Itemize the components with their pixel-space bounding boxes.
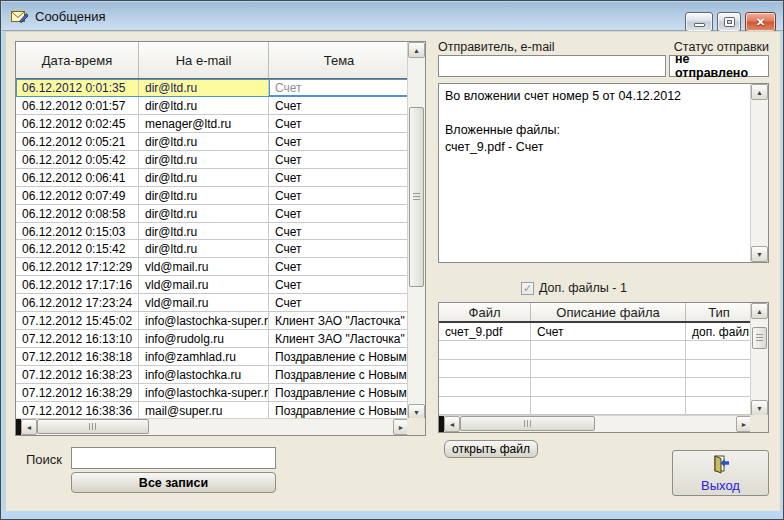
- message-body-text[interactable]: Во вложении счет номер 5 от 04.12.2012 В…: [439, 84, 750, 262]
- message-body-memo[interactable]: Во вложении счет номер 5 от 04.12.2012 В…: [438, 83, 769, 263]
- table-cell[interactable]: Счет: [269, 205, 409, 223]
- table-cell[interactable]: Счет: [269, 258, 409, 276]
- table-row[interactable]: [439, 378, 752, 396]
- table-cell[interactable]: [686, 341, 752, 359]
- column-header-email[interactable]: На e-mail: [139, 42, 269, 78]
- table-cell[interactable]: [686, 360, 752, 378]
- table-cell[interactable]: 07.12.2012 16:38:23: [16, 366, 139, 384]
- table-cell[interactable]: Счет: [269, 169, 409, 187]
- table-row[interactable]: 06.12.2012 17:17:16vld@mail.ruСчет: [16, 276, 409, 294]
- table-cell[interactable]: 06.12.2012 17:12:29: [16, 258, 139, 276]
- table-cell[interactable]: vld@mail.ru: [139, 276, 269, 294]
- table-cell[interactable]: Счет: [269, 97, 409, 115]
- table-cell[interactable]: Поздравление с Новым год: [269, 384, 409, 402]
- table-cell[interactable]: 06.12.2012 0:05:42: [16, 151, 139, 169]
- column-header-description[interactable]: Описание файла: [531, 303, 686, 321]
- table-cell[interactable]: Счет: [531, 323, 686, 341]
- table-row[interactable]: 06.12.2012 17:23:24vld@mail.ruСчет: [16, 294, 409, 312]
- messages-vscrollbar[interactable]: ▲ ▼: [407, 42, 425, 420]
- table-cell[interactable]: 06.12.2012 0:07:49: [16, 187, 139, 205]
- table-row[interactable]: 06.12.2012 0:01:35dir@ltd.ruСчет: [16, 79, 409, 97]
- table-cell[interactable]: vld@mail.ru: [139, 258, 269, 276]
- scroll-down-icon[interactable]: ▼: [751, 246, 768, 262]
- column-header-datetime[interactable]: Дата-время: [16, 42, 139, 78]
- table-cell[interactable]: 06.12.2012 0:02:45: [16, 115, 139, 133]
- table-cell[interactable]: 06.12.2012 0:06:41: [16, 169, 139, 187]
- column-header-type[interactable]: Тип: [686, 303, 752, 321]
- all-records-button[interactable]: Все записи: [71, 472, 276, 493]
- memo-vscrollbar[interactable]: ▲ ▼: [750, 84, 768, 262]
- scroll-down-icon[interactable]: ▼: [751, 400, 768, 416]
- table-cell[interactable]: dir@ltd.ru: [139, 205, 269, 223]
- table-row[interactable]: [439, 360, 752, 378]
- table-cell[interactable]: info@lastochka-super.ru: [139, 384, 269, 402]
- table-cell[interactable]: доп. файл: [686, 323, 752, 341]
- scroll-up-icon[interactable]: ▲: [751, 84, 768, 100]
- table-cell[interactable]: [531, 378, 686, 396]
- table-cell[interactable]: 06.12.2012 0:15:03: [16, 223, 139, 241]
- attachments-checkbox[interactable]: ✓: [521, 282, 534, 295]
- table-row[interactable]: 06.12.2012 0:15:03dir@ltd.ruСчет: [16, 223, 409, 241]
- table-cell[interactable]: Счет: [269, 223, 409, 241]
- table-cell[interactable]: [439, 341, 531, 359]
- table-cell[interactable]: info@lastochka.ru: [139, 366, 269, 384]
- table-cell[interactable]: 06.12.2012 0:08:58: [16, 205, 139, 223]
- messages-hscroll-thumb[interactable]: [37, 419, 149, 434]
- table-row[interactable]: [439, 341, 752, 359]
- table-cell[interactable]: dir@ltd.ru: [139, 79, 269, 97]
- table-row[interactable]: 06.12.2012 0:08:58dir@ltd.ruСчет: [16, 205, 409, 223]
- search-input[interactable]: [71, 447, 276, 469]
- table-cell[interactable]: Счет: [269, 187, 409, 205]
- scroll-left-icon[interactable]: ◄: [444, 416, 460, 432]
- table-cell[interactable]: 07.12.2012 16:38:29: [16, 384, 139, 402]
- table-cell[interactable]: [531, 341, 686, 359]
- table-cell[interactable]: info@zamhlad.ru: [139, 348, 269, 366]
- table-cell[interactable]: menager@ltd.ru: [139, 115, 269, 133]
- maximize-button[interactable]: [717, 12, 741, 32]
- column-header-file[interactable]: Файл: [439, 303, 531, 321]
- table-cell[interactable]: Счет: [269, 133, 409, 151]
- close-button[interactable]: ✕: [745, 12, 776, 32]
- table-cell[interactable]: 07.12.2012 16:13:10: [16, 330, 139, 348]
- table-row[interactable]: счет_9.pdfСчетдоп. файл: [439, 323, 752, 341]
- table-row[interactable]: 06.12.2012 0:15:42dir@ltd.ruСчет: [16, 240, 409, 258]
- table-cell[interactable]: [531, 397, 686, 415]
- table-row[interactable]: 07.12.2012 16:38:18info@zamhlad.ruПоздра…: [16, 348, 409, 366]
- table-row[interactable]: [439, 397, 752, 415]
- table-cell[interactable]: [439, 397, 531, 415]
- table-row[interactable]: 06.12.2012 0:02:45menager@ltd.ruСчет: [16, 115, 409, 133]
- messages-vscroll-thumb[interactable]: [409, 107, 424, 287]
- table-cell[interactable]: info@rudolg.ru: [139, 330, 269, 348]
- table-row[interactable]: 07.12.2012 15:45:02info@lastochka-super.…: [16, 312, 409, 330]
- table-cell[interactable]: [439, 360, 531, 378]
- table-cell[interactable]: info@lastochka-super.ru: [139, 312, 269, 330]
- table-cell[interactable]: Счет: [269, 151, 409, 169]
- open-file-button[interactable]: открыть файл: [444, 440, 538, 458]
- table-cell[interactable]: dir@ltd.ru: [139, 151, 269, 169]
- table-cell[interactable]: 06.12.2012 17:17:16: [16, 276, 139, 294]
- table-row[interactable]: 06.12.2012 0:05:42dir@ltd.ruСчет: [16, 151, 409, 169]
- table-cell[interactable]: Клиент ЗАО "Ласточка": [269, 312, 409, 330]
- table-cell[interactable]: dir@ltd.ru: [139, 169, 269, 187]
- table-cell[interactable]: 06.12.2012 0:15:42: [16, 240, 139, 258]
- table-row[interactable]: 06.12.2012 17:12:29vld@mail.ruСчет: [16, 258, 409, 276]
- table-cell[interactable]: 06.12.2012 0:01:35: [16, 79, 139, 97]
- minimize-button[interactable]: [685, 12, 713, 32]
- scroll-left-icon[interactable]: ◄: [21, 419, 37, 435]
- table-row[interactable]: 06.12.2012 0:05:21dir@ltd.ruСчет: [16, 133, 409, 151]
- table-row[interactable]: 06.12.2012 0:06:41dir@ltd.ruСчет: [16, 169, 409, 187]
- scroll-up-icon[interactable]: ▲: [408, 42, 425, 58]
- attachments-vscrollbar[interactable]: ▲ ▼: [750, 303, 768, 416]
- table-cell[interactable]: dir@ltd.ru: [139, 97, 269, 115]
- sender-email-input[interactable]: [438, 55, 666, 77]
- table-cell[interactable]: Счет: [269, 240, 409, 258]
- table-cell[interactable]: Счет: [269, 294, 409, 312]
- messages-hscrollbar[interactable]: ◄ ►: [16, 418, 409, 435]
- table-row[interactable]: 06.12.2012 0:07:49dir@ltd.ruСчет: [16, 187, 409, 205]
- table-cell[interactable]: 06.12.2012 17:23:24: [16, 294, 139, 312]
- table-cell[interactable]: 07.12.2012 15:45:02: [16, 312, 139, 330]
- table-cell[interactable]: dir@ltd.ru: [139, 223, 269, 241]
- table-cell[interactable]: Счет: [269, 79, 409, 97]
- table-cell[interactable]: Поздравление с Новым год: [269, 366, 409, 384]
- table-row[interactable]: 06.12.2012 0:01:57dir@ltd.ruСчет: [16, 97, 409, 115]
